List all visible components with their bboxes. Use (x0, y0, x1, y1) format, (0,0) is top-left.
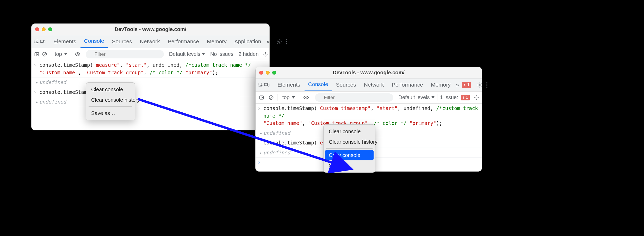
tab-application[interactable]: Application (231, 36, 265, 48)
console-prompt-row[interactable]: › (32, 107, 269, 117)
chevron-right-icon: › (258, 139, 263, 147)
divider (437, 94, 437, 101)
tab-network[interactable]: Network (136, 36, 164, 48)
filter-input[interactable] (86, 50, 164, 58)
devtools-window-left: DevTools - www.google.com/ Elements Cons… (31, 23, 270, 130)
close-window-icon[interactable] (259, 71, 263, 75)
divider (312, 94, 312, 101)
svg-line-32 (270, 96, 273, 99)
filter-input-wrap (315, 93, 393, 102)
svg-point-34 (305, 97, 307, 98)
zoom-window-icon[interactable] (48, 27, 52, 31)
gear-icon[interactable] (474, 95, 479, 100)
return-icon: ↳ (258, 149, 263, 156)
tab-sources[interactable]: Sources (108, 36, 136, 48)
filter-input[interactable] (315, 93, 393, 102)
sidebar-toggle-icon[interactable] (258, 94, 265, 101)
menu-separator (326, 148, 373, 149)
console-return-row: ↳ undefined (32, 77, 269, 87)
more-tabs-icon[interactable]: » (455, 82, 460, 88)
error-badge[interactable]: 1 (462, 82, 471, 88)
context-label: top (55, 51, 62, 57)
log-levels-selector[interactable]: Default levels (399, 94, 435, 100)
sidebar-toggle-icon[interactable] (34, 50, 39, 58)
menu-clear-console[interactable]: Clear console (88, 84, 133, 95)
svg-point-4 (286, 39, 287, 40)
gear-icon[interactable] (275, 39, 284, 45)
hidden-count[interactable]: 2 hidden (239, 51, 259, 57)
issue-count-badge: 1 (461, 95, 470, 100)
context-selector[interactable]: top (280, 94, 297, 101)
filter-bar: top Default levels 1 Issue: 1 (256, 92, 482, 104)
tab-memory[interactable]: Memory (203, 36, 230, 48)
tab-elements[interactable]: Elements (50, 36, 80, 48)
svg-point-37 (463, 98, 464, 99)
minimize-window-icon[interactable] (42, 27, 46, 31)
inspect-icon[interactable] (258, 81, 263, 89)
clear-console-icon[interactable] (42, 50, 47, 58)
tab-sources[interactable]: Sources (332, 79, 360, 91)
device-icon[interactable] (40, 37, 46, 46)
zoom-window-icon[interactable] (272, 71, 276, 75)
issues-indicator[interactable]: No Issues (210, 51, 233, 57)
close-window-icon[interactable] (35, 27, 39, 31)
menu-copy-console[interactable]: Copy console (325, 150, 374, 160)
eye-icon[interactable] (75, 50, 80, 58)
titlebar: DevTools - www.google.com/ (32, 24, 269, 35)
context-menu: Clear console Clear console history Save… (86, 82, 135, 120)
window-title: DevTools - www.google.com/ (32, 26, 269, 32)
svg-point-26 (486, 84, 487, 85)
device-icon[interactable] (264, 81, 270, 89)
more-tabs-icon[interactable]: » (265, 38, 270, 45)
svg-marker-12 (64, 53, 67, 55)
menu-clear-history[interactable]: Clear console history (325, 137, 374, 147)
tab-performance[interactable]: Performance (388, 79, 427, 91)
return-icon: ↳ (258, 129, 263, 137)
eye-icon[interactable] (302, 94, 309, 101)
svg-marker-15 (202, 53, 205, 55)
console-body: › console.timeStamp("measure", "start", … (32, 60, 269, 116)
console-return-row: ↳ undefined (32, 97, 269, 107)
chevron-right-icon: › (34, 61, 39, 69)
tab-console[interactable]: Console (305, 78, 332, 91)
svg-point-3 (278, 41, 280, 43)
log-levels-selector[interactable]: Default levels (169, 51, 205, 57)
menu-save-as[interactable]: Save as… (88, 108, 133, 118)
filter-input-wrap (86, 50, 164, 58)
kebab-icon[interactable] (284, 39, 289, 45)
tab-memory[interactable]: Memory (427, 79, 454, 91)
gear-icon[interactable] (263, 52, 268, 57)
chevron-right-icon: › (34, 88, 39, 96)
console-input-row[interactable]: › console.timeStamp("end"); (32, 87, 269, 97)
svg-rect-2 (44, 41, 45, 43)
divider (396, 94, 396, 101)
return-value: undefined (263, 129, 290, 137)
gear-icon[interactable] (475, 82, 484, 88)
return-value: undefined (39, 78, 66, 86)
svg-point-5 (286, 41, 287, 42)
chevron-right-icon: › (258, 105, 263, 112)
menu-save-as[interactable]: Save as… (325, 160, 374, 171)
menu-clear-history[interactable]: Clear console history (88, 95, 133, 105)
log-levels-label: Default levels (169, 51, 200, 57)
context-label: top (282, 94, 290, 100)
return-icon: ↳ (34, 78, 39, 86)
traffic-lights (259, 71, 276, 75)
svg-marker-30 (262, 97, 263, 98)
window-title: DevTools - www.google.com/ (256, 70, 482, 76)
issues-indicator[interactable]: 1 Issue: 1 (440, 94, 470, 100)
tab-elements[interactable]: Elements (274, 79, 304, 91)
tab-network[interactable]: Network (360, 79, 388, 91)
console-input-row[interactable]: › console.timeStamp("measure", "start", … (32, 60, 269, 77)
context-selector[interactable]: top (52, 50, 70, 58)
tab-console[interactable]: Console (80, 35, 108, 48)
issues-label: No Issues (210, 51, 233, 57)
chevron-right-icon: › (258, 159, 263, 166)
inspect-icon[interactable] (34, 37, 39, 46)
minimize-window-icon[interactable] (266, 71, 270, 75)
return-icon: ↳ (34, 98, 39, 106)
tab-performance[interactable]: Performance (164, 36, 203, 48)
clear-console-icon[interactable] (268, 94, 274, 101)
menu-clear-console[interactable]: Clear console (325, 126, 374, 137)
kebab-icon[interactable] (485, 82, 489, 88)
